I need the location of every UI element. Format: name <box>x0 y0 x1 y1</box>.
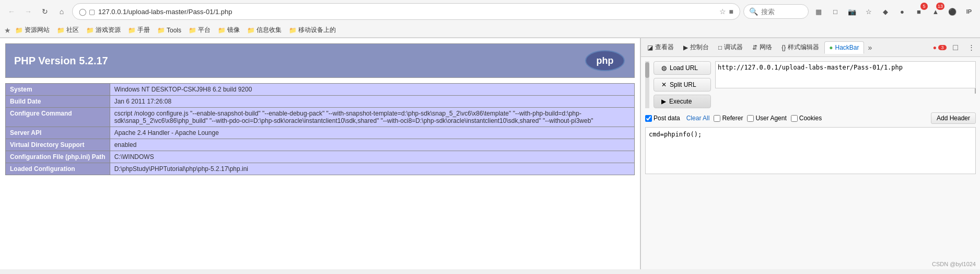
user-agent-checkbox-label[interactable]: User Agent <box>747 115 786 122</box>
tab-debugger[interactable]: □ 调试器 <box>714 41 747 54</box>
devtools-menu-icon[interactable]: ⋮ <box>964 41 978 54</box>
bookmark-item-3[interactable]: 📁 手册 <box>125 25 153 36</box>
load-url-label: Load URL <box>670 64 698 72</box>
search-input[interactable] <box>761 8 803 16</box>
toolbar-icon-8[interactable]: ▲ 13 <box>929 5 942 18</box>
bookmark-star-icon[interactable]: ☆ <box>719 7 726 16</box>
load-url-button[interactable]: ◍ Load URL <box>654 61 711 75</box>
table-cell-label: Configuration File (php.ini) Path <box>6 151 110 163</box>
php-logo: php <box>584 49 626 72</box>
forward-button[interactable]: → <box>21 4 36 19</box>
address-input[interactable] <box>98 8 716 16</box>
bookmark-label: 游戏资源 <box>96 26 121 35</box>
bookmark-item-5[interactable]: 📁 平台 <box>185 25 214 36</box>
bookmark-label: 信息收集 <box>256 26 282 35</box>
toolbar-right: 🔍 ▦ □ 📷 ☆ ◆ ● ■ 5 ▲ 13 ⚫ IP <box>743 4 976 19</box>
table-row: SystemWindows NT DESKTOP-CSKJ9H8 6.2 bui… <box>6 84 635 96</box>
bookmark-item-8[interactable]: 📁 移动设备上的 <box>286 25 339 36</box>
user-agent-checkbox[interactable] <box>747 115 754 122</box>
debugger-icon: □ <box>718 44 722 51</box>
devtools-close-icon[interactable]: □ <box>949 41 962 54</box>
toolbar-icon-1[interactable]: ▦ <box>812 5 825 18</box>
tab-network[interactable]: ⇵ 网络 <box>748 41 776 54</box>
toolbar-icon-4[interactable]: ☆ <box>862 5 876 18</box>
bookmark-folder-icon: 📁 <box>57 27 65 34</box>
table-row: Loaded ConfigurationD:\phpStudy\PHPTutor… <box>6 163 635 175</box>
toolbar-icon-6[interactable]: ● <box>895 5 909 18</box>
tab-console[interactable]: ▶ 控制台 <box>679 41 713 54</box>
bookmark-label: 手册 <box>137 26 150 35</box>
tab-console-label: 控制台 <box>690 43 709 52</box>
hackbar-top-row: ◍ Load URL ✕ Split URL ▶ Execute <box>645 61 976 108</box>
home-button[interactable]: ⌂ <box>54 4 69 19</box>
bookmark-label: 社区 <box>66 26 79 35</box>
split-url-label: Split URL <box>670 81 696 88</box>
scroll-indicator[interactable] <box>645 61 649 108</box>
bookmark-item-0[interactable]: 📁 资源网站 <box>12 25 53 36</box>
tab-inspector[interactable]: ◪ 查看器 <box>643 41 678 54</box>
address-bar: ◯ ▢ ☆ ■ <box>72 3 740 20</box>
toolbar-icon-ip[interactable]: IP <box>962 5 976 18</box>
referer-checkbox-label[interactable]: Referer <box>714 115 743 122</box>
post-data-checkbox[interactable] <box>645 115 652 122</box>
referer-checkbox[interactable] <box>714 115 720 122</box>
url-textarea[interactable] <box>715 61 976 88</box>
toolbar-icon-9[interactable]: ⚫ <box>946 5 959 18</box>
tab-style-editor[interactable]: {} 样式编辑器 <box>777 41 823 54</box>
php-version-title: PHP Version 5.2.17 <box>14 55 108 67</box>
cookies-checkbox[interactable] <box>791 115 798 122</box>
tab-hackbar[interactable]: ● HackBar <box>824 41 864 54</box>
bookmark-folder-icon: 📁 <box>247 27 255 34</box>
add-header-button[interactable]: Add Header <box>931 112 976 124</box>
back-button[interactable]: ← <box>4 4 19 19</box>
bookmark-item-4[interactable]: 📁 Tools <box>154 26 184 35</box>
refresh-button[interactable]: ↻ <box>38 4 52 19</box>
toolbar-icon-3[interactable]: 📷 <box>845 5 859 18</box>
network-icon: ⇵ <box>752 44 757 51</box>
php-info-table: SystemWindows NT DESKTOP-CSKJ9H8 6.2 bui… <box>5 83 635 175</box>
error-count-badge: 3 <box>938 45 947 50</box>
bookmark-item-7[interactable]: 📁 信息收集 <box>244 25 285 36</box>
hackbar-dot-icon: ● <box>829 44 833 51</box>
execute-button[interactable]: ▶ Execute <box>654 95 711 108</box>
referer-label: Referer <box>722 115 743 122</box>
devtools-panel: ◪ 查看器 ▶ 控制台 □ 调试器 ⇵ 网络 {} 样式编辑器 <box>640 38 980 269</box>
execute-label: Execute <box>669 98 692 105</box>
bookmark-icon: ★ <box>4 26 11 35</box>
bookmark-item-1[interactable]: 📁 社区 <box>54 25 82 36</box>
table-row: Configuration File (php.ini) PathC:\WIND… <box>6 151 635 163</box>
table-cell-label: Virtual Directory Support <box>6 139 110 151</box>
address-security-icons: ◯ ▢ <box>79 8 95 16</box>
toolbar-icon-5[interactable]: ◆ <box>879 5 892 18</box>
post-data-checkbox-label[interactable]: Post data <box>645 115 680 122</box>
cookies-label: Cookies <box>799 115 822 122</box>
table-cell-value: Windows NT DESKTOP-CSKJ9H8 6.2 build 920… <box>110 84 634 96</box>
hackbar-action-buttons: ◍ Load URL ✕ Split URL ▶ Execute <box>654 61 711 108</box>
hackbar-options-row: Post data Clear All Referer User Agent C… <box>645 112 976 124</box>
clear-all-link[interactable]: Clear All <box>686 115 710 122</box>
toolbar-icon-2[interactable]: □ <box>829 5 842 18</box>
table-row: Server APIApache 2.4 Handler - Apache Lo… <box>6 127 635 139</box>
split-url-icon: ✕ <box>661 81 667 88</box>
load-url-icon: ◍ <box>661 64 667 72</box>
page-icon: ▢ <box>89 8 95 16</box>
tab-hackbar-label: HackBar <box>835 44 859 51</box>
toolbar-icon-7[interactable]: ■ 5 <box>912 5 926 18</box>
extensions-icon[interactable]: ■ <box>729 7 733 16</box>
post-data-textarea[interactable] <box>645 127 976 174</box>
split-url-button[interactable]: ✕ Split URL <box>654 78 711 92</box>
bookmark-folder-icon: 📁 <box>128 27 136 34</box>
bookmark-label: 镜像 <box>227 26 240 35</box>
page-content: PHP Version 5.2.17 php SystemWindows NT … <box>0 38 640 269</box>
bookmark-folder-icon: 📁 <box>86 27 94 34</box>
cookies-checkbox-label[interactable]: Cookies <box>791 115 822 122</box>
bookmark-item-2[interactable]: 📁 游戏资源 <box>83 25 124 36</box>
table-cell-label: System <box>6 84 110 96</box>
bookmark-item-6[interactable]: 📁 镜像 <box>215 25 243 36</box>
more-tabs-button[interactable]: » <box>865 42 876 53</box>
url-input-area <box>715 61 976 108</box>
scroll-thumb <box>645 62 649 78</box>
error-icon: ● <box>933 44 937 51</box>
table-cell-label: Build Date <box>6 96 110 108</box>
table-cell-value: Apache 2.4 Handler - Apache Lounge <box>110 127 634 139</box>
